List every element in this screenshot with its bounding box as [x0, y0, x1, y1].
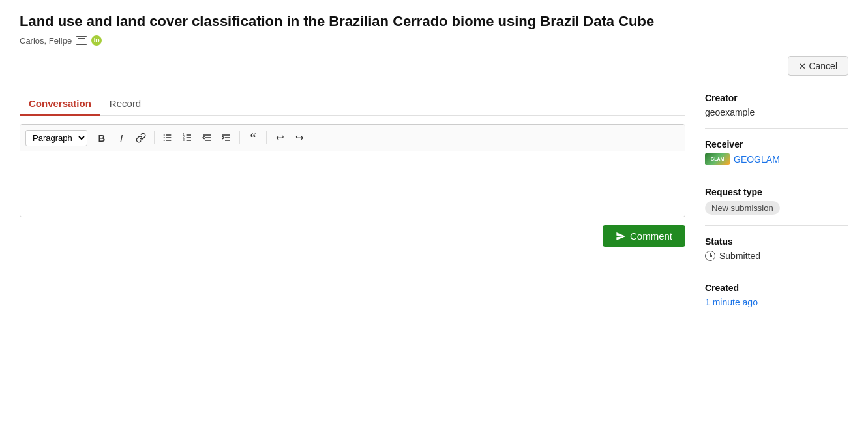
svg-point-3	[164, 134, 165, 136]
comment-row: Comment	[20, 225, 685, 247]
svg-point-4	[164, 137, 165, 138]
status-row: Submitted	[705, 251, 848, 261]
toolbar-divider-2	[239, 131, 240, 144]
comment-editor: Paragraph B I	[20, 124, 685, 217]
unordered-list-button[interactable]	[158, 129, 177, 147]
main-layout: Conversation Record Paragraph B I	[20, 93, 848, 328]
toolbar-divider-1	[154, 131, 155, 144]
link-button[interactable]	[132, 129, 150, 147]
tabs-bar: Conversation Record	[20, 93, 685, 116]
comment-button[interactable]: Comment	[603, 225, 685, 247]
svg-text:3: 3	[183, 138, 185, 142]
svg-point-5	[164, 140, 165, 141]
receiver-name: GEOGLAM	[734, 154, 780, 164]
right-panel: Creator geoexample Receiver GLAM GEOGLAM…	[705, 93, 848, 328]
cancel-x-icon: ✕	[799, 61, 806, 71]
bold-button[interactable]: B	[93, 129, 111, 147]
indent-decrease-button[interactable]	[198, 129, 216, 147]
redo-button[interactable]: ↪	[290, 129, 308, 147]
geoglam-logo-icon: GLAM	[705, 153, 730, 165]
author-name: Carlos, Felipe	[20, 36, 72, 46]
created-value: 1 minute ago	[705, 297, 848, 307]
creator-value: geoexample	[705, 107, 848, 117]
status-value: Submitted	[719, 251, 760, 261]
creator-section: Creator geoexample	[705, 93, 848, 129]
blockquote-button[interactable]: “	[244, 129, 262, 147]
tab-record[interactable]: Record	[100, 93, 150, 116]
orcid-icon: iD	[91, 35, 102, 46]
cancel-button[interactable]: ✕ Cancel	[788, 56, 848, 76]
editor-toolbar: Paragraph B I	[20, 125, 685, 151]
toolbar-divider-3	[266, 131, 267, 144]
cancel-label: Cancel	[809, 61, 837, 71]
left-panel: Conversation Record Paragraph B I	[20, 93, 685, 247]
status-section: Status Submitted	[705, 236, 848, 272]
tab-conversation[interactable]: Conversation	[20, 93, 100, 116]
undo-button[interactable]: ↩	[271, 129, 289, 147]
header-actions: ✕ Cancel	[20, 56, 848, 82]
paragraph-selector[interactable]: Paragraph	[25, 130, 87, 146]
created-label: Created	[705, 283, 848, 293]
ordered-list-button[interactable]: 1 2 3	[178, 129, 196, 147]
creator-label: Creator	[705, 93, 848, 103]
page-title: Land use and land cover classification i…	[20, 13, 737, 30]
clock-icon	[705, 251, 715, 261]
indent-increase-button[interactable]	[217, 129, 235, 147]
request-type-badge: New submission	[705, 201, 780, 215]
send-icon	[616, 231, 626, 242]
receiver-label: Receiver	[705, 139, 848, 149]
author-row: Carlos, Felipe iD	[20, 35, 848, 46]
italic-button[interactable]: I	[112, 129, 130, 147]
request-type-label: Request type	[705, 187, 848, 197]
created-section: Created 1 minute ago	[705, 283, 848, 318]
receiver-link[interactable]: GLAM GEOGLAM	[705, 153, 848, 165]
comment-button-label: Comment	[630, 230, 672, 242]
editor-body[interactable]	[20, 151, 685, 217]
status-label: Status	[705, 236, 848, 247]
receiver-section: Receiver GLAM GEOGLAM	[705, 139, 848, 176]
request-type-section: Request type New submission	[705, 187, 848, 226]
email-icon	[76, 36, 87, 45]
